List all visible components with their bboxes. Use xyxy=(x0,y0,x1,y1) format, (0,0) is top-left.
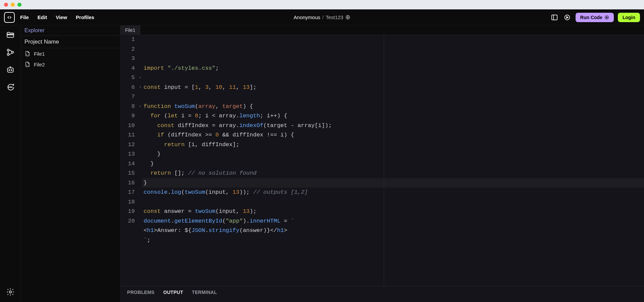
menu-file[interactable]: File xyxy=(20,14,29,20)
file-row[interactable]: File2 xyxy=(21,59,120,70)
tab-file1[interactable]: File1 xyxy=(120,25,140,35)
svg-point-6 xyxy=(7,49,9,51)
code-content[interactable]: import "./styles.css";const input = [1, … xyxy=(142,35,644,286)
topbar-actions: Run Code Login xyxy=(550,13,640,22)
svg-point-7 xyxy=(7,54,9,55)
menu-edit[interactable]: Edit xyxy=(38,14,47,20)
tab-problems[interactable]: PROBLEMS xyxy=(127,290,155,295)
debug-icon[interactable] xyxy=(563,13,572,22)
svg-point-14 xyxy=(11,87,12,87)
breadcrumb-project: Test123 xyxy=(326,14,343,20)
file-label: File1 xyxy=(34,51,45,57)
window-close-dot[interactable] xyxy=(4,3,8,7)
globe-icon xyxy=(345,15,350,20)
settings-icon[interactable] xyxy=(6,287,15,297)
svg-point-10 xyxy=(9,70,10,71)
run-code-button[interactable]: Run Code xyxy=(576,13,614,22)
svg-point-12 xyxy=(9,87,9,87)
breadcrumb-slash: / xyxy=(322,14,324,20)
menu-profiles[interactable]: Profiles xyxy=(76,14,94,20)
tab-terminal[interactable]: TERMINAL xyxy=(192,290,217,295)
app-logo[interactable] xyxy=(4,12,15,23)
login-button[interactable]: Login xyxy=(618,13,640,22)
svg-rect-9 xyxy=(7,68,13,72)
editor-area: File1 1234567891011121314151617181920 ▾▾… xyxy=(120,25,644,302)
file-label: File2 xyxy=(34,62,45,67)
chat-icon[interactable] xyxy=(6,82,15,92)
breadcrumb[interactable]: Anonymous / Test123 xyxy=(294,14,351,20)
topbar: File Edit View Profiles Anonymous / Test… xyxy=(0,9,644,25)
project-name[interactable]: Project Name xyxy=(21,36,120,48)
file-list: File1File2 xyxy=(21,48,120,70)
bottom-tabs: PROBLEMS OUTPUT TERMINAL xyxy=(120,286,644,298)
columns-icon[interactable] xyxy=(550,13,559,22)
svg-marker-5 xyxy=(606,16,608,18)
menu-view[interactable]: View xyxy=(56,14,67,20)
code-editor[interactable]: 1234567891011121314151617181920 ▾▾▾ impo… xyxy=(120,35,644,286)
app-root: File Edit View Profiles Anonymous / Test… xyxy=(0,9,644,302)
right-margin-line xyxy=(384,35,384,286)
sidebar-title: Explorer xyxy=(21,25,120,36)
svg-point-15 xyxy=(9,291,12,293)
gutter: 1234567891011121314151617181920 xyxy=(120,35,138,286)
sidebar: Explorer Project Name File1File2 xyxy=(21,25,120,302)
svg-point-8 xyxy=(12,51,13,53)
body: Explorer Project Name File1File2 File1 1… xyxy=(0,25,644,302)
file-icon xyxy=(24,61,31,67)
window-minimize-dot[interactable] xyxy=(11,3,15,7)
window-maximize-dot[interactable] xyxy=(17,3,21,7)
run-code-label: Run Code xyxy=(580,15,602,20)
fold-column: ▾▾▾ xyxy=(138,35,142,286)
svg-point-13 xyxy=(10,87,11,87)
bot-icon[interactable] xyxy=(6,65,15,74)
explorer-icon[interactable] xyxy=(6,30,15,40)
svg-rect-1 xyxy=(552,15,557,20)
breadcrumb-owner: Anonymous xyxy=(294,14,320,20)
bottom-panel: PROBLEMS OUTPUT TERMINAL xyxy=(120,286,644,302)
play-icon xyxy=(604,15,609,20)
svg-marker-3 xyxy=(567,16,568,18)
svg-point-11 xyxy=(11,70,12,71)
source-control-icon[interactable] xyxy=(6,48,15,57)
login-label: Login xyxy=(623,15,635,20)
tab-output[interactable]: OUTPUT xyxy=(163,290,183,295)
editor-tabs: File1 xyxy=(120,25,644,35)
activity-bar xyxy=(0,25,21,302)
window-chrome xyxy=(0,0,644,9)
menu-bar: File Edit View Profiles xyxy=(20,14,94,20)
file-row[interactable]: File1 xyxy=(21,48,120,59)
file-icon xyxy=(24,51,31,57)
